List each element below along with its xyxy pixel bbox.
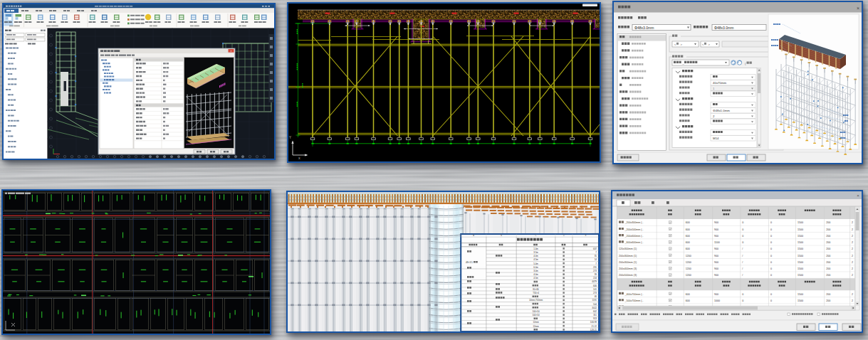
svg-text:C: C [535, 234, 537, 237]
svg-text:900: 900 [714, 248, 718, 250]
svg-text:200: 200 [826, 261, 830, 264]
svg-text:600: 600 [686, 299, 690, 302]
svg-text:4479: 4479 [592, 280, 597, 283]
svg-text:0: 0 [770, 228, 772, 231]
svg-text:1200: 1200 [686, 274, 691, 277]
svg-text:2: 2 [852, 228, 853, 231]
svg-text:4.5m: 4.5m [533, 258, 538, 261]
svg-text:128.21: 128.21 [590, 329, 597, 331]
svg-text:600: 600 [686, 248, 690, 250]
svg-text:1500: 1500 [798, 235, 803, 238]
svg-text:200x400mm (3): 200x400mm (3) [619, 267, 637, 270]
svg-text:600: 600 [686, 241, 690, 244]
svg-text:48×3.5: 48×3.5 [466, 261, 473, 264]
svg-text:Φ48x3.0mm: Φ48x3.0mm [714, 26, 733, 30]
svg-text:_400x700mm (..: _400x700mm (.. [624, 293, 644, 296]
svg-text:14: 14 [595, 258, 597, 261]
svg-text:1100: 1100 [714, 241, 720, 244]
svg-text:600: 600 [686, 235, 690, 238]
svg-text:1200: 1200 [686, 261, 691, 264]
svg-text:900: 900 [714, 267, 718, 270]
svg-text:600: 600 [686, 293, 690, 296]
svg-text:1500: 1500 [798, 228, 803, 231]
svg-text:200: 200 [826, 235, 830, 238]
svg-text:100×50: 100×50 [532, 314, 539, 317]
svg-text:900: 900 [714, 274, 718, 277]
svg-text:46: 46 [595, 295, 597, 298]
svg-text:200: 200 [826, 241, 830, 244]
svg-text:39: 39 [595, 273, 597, 276]
svg-text:0: 0 [770, 274, 772, 277]
svg-text:/: / [742, 261, 743, 264]
svg-text:900: 900 [714, 261, 718, 264]
svg-text:1500: 1500 [798, 255, 803, 257]
svg-text:200: 200 [826, 255, 830, 257]
svg-text:2: 2 [852, 235, 853, 238]
svg-text:913: 913 [593, 317, 597, 320]
svg-text:200: 200 [826, 221, 830, 224]
svg-text:231: 231 [593, 266, 597, 269]
svg-text:200: 200 [826, 293, 830, 296]
svg-text:600: 600 [686, 221, 690, 224]
svg-text:1500: 1500 [798, 261, 803, 264]
svg-text:1500: 1500 [798, 248, 803, 250]
svg-text:_200x600mm (..: _200x600mm (.. [624, 235, 644, 238]
svg-text:/: / [742, 274, 743, 277]
svg-text:0: 0 [770, 241, 772, 244]
svg-text:×: × [857, 6, 859, 11]
svg-text:0: 0 [742, 241, 743, 244]
svg-text:2: 2 [852, 261, 853, 264]
svg-text:273: 273 [593, 270, 597, 272]
svg-text:1.0m: 1.0m [533, 248, 538, 250]
svg-text:1500: 1500 [798, 299, 803, 302]
svg-text:200x300mm (1): 200x300mm (1) [619, 261, 637, 264]
svg-text:0: 0 [770, 267, 772, 270]
svg-text:2: 2 [852, 299, 853, 302]
svg-text:106.99: 106.99 [590, 321, 597, 324]
svg-text:14mm,700mm: 14mm,700mm [529, 299, 543, 302]
svg-text:200: 200 [826, 267, 830, 270]
svg-text:/: / [742, 248, 743, 250]
svg-text:1500: 1500 [798, 274, 803, 277]
svg-text:21.22: 21.22 [591, 325, 597, 328]
svg-text:100×50: 100×50 [532, 310, 539, 313]
svg-text:×: × [857, 193, 859, 198]
svg-text:D: D [563, 234, 565, 237]
svg-text:637: 637 [593, 248, 597, 250]
svg-text:0: 0 [770, 261, 772, 264]
svg-text:X: X [298, 156, 300, 160]
svg-text:2: 2 [852, 255, 853, 257]
svg-text:200: 200 [826, 228, 830, 231]
svg-text:1191: 1191 [592, 299, 597, 302]
svg-text:0: 0 [770, 255, 772, 257]
svg-text:/: / [742, 267, 743, 270]
svg-text:4.0m: 4.0m [533, 273, 538, 276]
svg-text:606: 606 [593, 285, 597, 287]
svg-text:_200x500mm (..: _200x500mm (.. [624, 228, 644, 231]
svg-text:311: 311 [593, 314, 597, 317]
svg-text:0: 0 [770, 235, 772, 238]
svg-text:224: 224 [593, 277, 597, 280]
svg-text:_600x600mm (..: _600x600mm (.. [624, 241, 644, 244]
svg-text:_500x700mm (..: _500x700mm (.. [624, 299, 644, 302]
svg-text:120x300mm (1): 120x300mm (1) [619, 248, 637, 250]
svg-text:5.0m: 5.0m [533, 262, 538, 265]
svg-text:200x300mm (1): 200x300mm (1) [619, 255, 637, 257]
svg-text:80×80: 80×80 [533, 288, 539, 291]
svg-text:900: 900 [714, 255, 718, 257]
svg-text:2: 2 [852, 221, 853, 224]
svg-text:1500: 1500 [798, 221, 803, 224]
svg-text:0: 0 [742, 235, 743, 238]
svg-text:200: 200 [826, 299, 830, 302]
svg-text:Φ48x3.0mm: Φ48x3.0mm [634, 26, 654, 30]
svg-text:900: 900 [714, 235, 718, 238]
svg-text:1200: 1200 [686, 267, 691, 270]
svg-text:M14: M14 [713, 137, 719, 140]
svg-text:1200: 1200 [686, 255, 691, 257]
svg-text:273: 273 [593, 292, 597, 294]
svg-text:_200x300mm (..: _200x300mm (.. [624, 221, 644, 224]
svg-text:Y: Y [289, 136, 291, 139]
svg-text:2: 2 [852, 241, 853, 244]
svg-text:0: 0 [742, 221, 743, 224]
svg-text:3.5m: 3.5m [533, 251, 538, 254]
